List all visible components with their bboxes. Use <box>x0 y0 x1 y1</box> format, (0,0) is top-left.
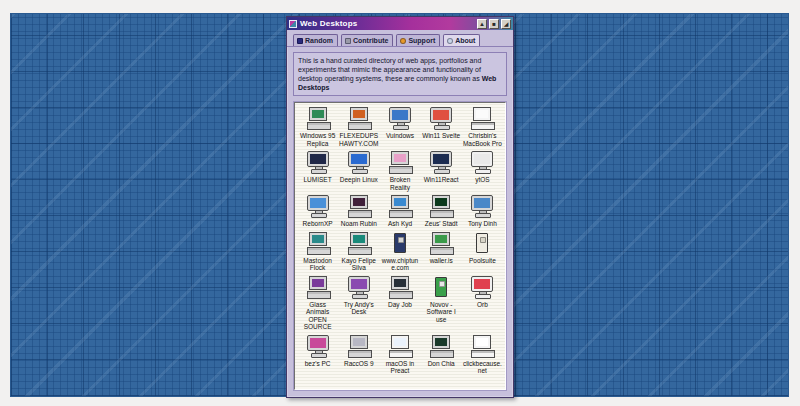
icons-grid: Windows 95 ReplicaFLEXEDUPSHAWTY.COMVuin… <box>295 103 505 375</box>
computer-icon <box>387 277 413 299</box>
desktop-item-label: Broken Reality <box>380 176 420 191</box>
window-titlebar[interactable]: Web Desktops ▲■◢ <box>287 17 513 30</box>
tab-random[interactable]: Random <box>293 34 338 46</box>
desktop-item[interactable]: Noam Rubin <box>338 196 379 228</box>
desktop-item[interactable]: Tony Dinh <box>462 196 503 228</box>
computer-screen <box>392 152 408 164</box>
desktop-item[interactable]: macOS in Preact <box>379 336 420 375</box>
dice-icon <box>297 38 303 44</box>
desktop-item[interactable]: RaccOS 9 <box>338 336 379 375</box>
desktop-item-label: Vuindows <box>386 132 414 140</box>
desktop-item-label: Orb <box>477 301 488 309</box>
desktop-item[interactable]: Vuindows <box>379 108 420 147</box>
computer-icon <box>469 152 495 174</box>
tab-label: Support <box>408 37 435 44</box>
computer-icon <box>428 336 454 358</box>
computer-screen <box>351 108 367 120</box>
tab-bar: RandomContributeSupportAbout <box>287 30 513 47</box>
computer-icon <box>346 108 372 130</box>
desktop-item[interactable]: Mastodon Flock <box>297 233 338 272</box>
desktop-item-label: Deepin Linux <box>340 176 378 184</box>
computer-icon <box>387 336 413 358</box>
computer-icon <box>387 108 413 130</box>
window-button-close[interactable]: ◢ <box>501 19 511 29</box>
computer-screen <box>433 233 449 245</box>
computer-icon <box>305 196 331 218</box>
desktop-item[interactable]: clickbecause.net <box>462 336 503 375</box>
computer-icon <box>346 196 372 218</box>
desktop-item-label: Noam Rubin <box>341 220 377 228</box>
desktop-item[interactable]: Win11React <box>421 152 462 191</box>
computer-screen <box>394 233 406 253</box>
window-button-maximize[interactable]: ■ <box>489 19 499 29</box>
app-icon <box>289 20 297 28</box>
desktop-item[interactable]: waller.is <box>421 233 462 272</box>
computer-screen <box>472 196 492 210</box>
computer-screen <box>474 108 490 120</box>
desktop-item-label: macOS in Preact <box>380 360 420 375</box>
desktop-item[interactable]: Novov - Software I use <box>421 277 462 331</box>
window-controls: ▲■◢ <box>475 19 511 29</box>
computer-icon <box>305 152 331 174</box>
computer-screen <box>472 277 492 291</box>
desktop-item-label: Win11 Svelte <box>422 132 460 140</box>
desktop-item[interactable]: Day Job <box>379 277 420 331</box>
computer-icon <box>469 233 495 255</box>
computer-icon <box>346 277 372 299</box>
heart-icon <box>400 38 406 44</box>
description-box: This is a hand curated directory of web … <box>293 52 507 96</box>
desktop-item[interactable]: www.chiptune.com <box>379 233 420 272</box>
computer-screen <box>433 196 449 208</box>
tab-label: Contribute <box>353 37 388 44</box>
desktop-item-label: Ash Kyd <box>388 220 412 228</box>
desktop-item[interactable]: bez's PC <box>297 336 338 375</box>
desktop-item-label: www.chiptune.com <box>380 257 420 272</box>
computer-screen <box>308 152 328 166</box>
desktop-item[interactable]: LUMISET <box>297 152 338 191</box>
computer-icon <box>428 196 454 218</box>
computer-screen <box>435 277 447 297</box>
desktop-item[interactable]: ytOS <box>462 152 503 191</box>
computer-icon <box>428 233 454 255</box>
tab-support[interactable]: Support <box>396 34 440 46</box>
desktop-item[interactable]: Kayo Felipe Silva <box>338 233 379 272</box>
tab-label: Random <box>305 37 333 44</box>
desktop-item[interactable]: Win11 Svelte <box>421 108 462 147</box>
tab-about[interactable]: About <box>443 34 480 46</box>
computer-screen <box>390 108 410 122</box>
computer-icon <box>428 108 454 130</box>
computer-icon <box>469 108 495 130</box>
window-title: Web Desktops <box>300 20 357 28</box>
desktop-item-label: RaccOS 9 <box>344 360 374 368</box>
desktop-item-label: bez's PC <box>305 360 331 368</box>
desktop-item[interactable]: Poolsuite <box>462 233 503 272</box>
computer-icon <box>387 233 413 255</box>
tab-contribute[interactable]: Contribute <box>341 34 393 46</box>
computer-screen <box>310 108 326 120</box>
computer-screen <box>349 152 369 166</box>
computer-screen <box>472 152 492 166</box>
computer-screen <box>433 336 449 348</box>
desktop-item[interactable]: Don Chia <box>421 336 462 375</box>
desktop-item[interactable]: Zeus' Stadt <box>421 196 462 228</box>
desktop-item[interactable]: Broken Reality <box>379 152 420 191</box>
desktop-item[interactable]: Orb <box>462 277 503 331</box>
desktop-item[interactable]: Ash Kyd <box>379 196 420 228</box>
desktop-item[interactable]: Chrisbin's MacBook Pro <box>462 108 503 147</box>
computer-screen <box>392 196 408 208</box>
window-button-shade[interactable]: ▲ <box>477 19 487 29</box>
computer-screen <box>474 336 490 348</box>
desktop-item[interactable]: RebornXP <box>297 196 338 228</box>
desktop-item[interactable]: Deepin Linux <box>338 152 379 191</box>
computer-icon <box>387 196 413 218</box>
desktop-item[interactable]: Glass Animals OPEN SOURCE <box>297 277 338 331</box>
desktop-item[interactable]: Windows 95 Replica <box>297 108 338 147</box>
computer-icon <box>305 336 331 358</box>
icons-panel: Windows 95 ReplicaFLEXEDUPSHAWTY.COMVuin… <box>294 102 506 390</box>
desktop-item-label: Tony Dinh <box>468 220 497 228</box>
desktop-item[interactable]: FLEXEDUPSHAWTY.COM <box>338 108 379 147</box>
desktop-item-label: LUMISET <box>304 176 332 184</box>
desktop-item[interactable]: Try Andy's Desk <box>338 277 379 331</box>
computer-icon <box>469 336 495 358</box>
desktop-item-label: Zeus' Stadt <box>425 220 458 228</box>
